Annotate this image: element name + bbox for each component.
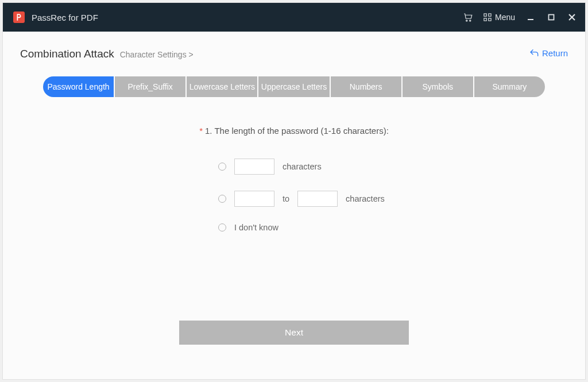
svg-rect-3 (489, 14, 491, 16)
tab-symbols[interactable]: Symbols (403, 76, 473, 97)
range-max-input[interactable] (297, 191, 338, 207)
svg-rect-5 (489, 18, 491, 21)
app-icon (13, 11, 25, 23)
step-tabs: Password Length Prefix_Suffix Lowercase … (43, 76, 545, 97)
content-area: Combination Attack Character Settings > … (3, 32, 585, 379)
svg-point-0 (466, 20, 467, 21)
cart-button[interactable] (463, 12, 473, 22)
tab-prefix-suffix[interactable]: Prefix_Suffix (115, 76, 185, 97)
exact-suffix: characters (283, 162, 322, 171)
options-group: characters to characters I don't know (20, 159, 568, 232)
maximize-icon (547, 13, 555, 21)
page-header: Combination Attack Character Settings > … (20, 48, 568, 60)
menu-grid-icon (483, 13, 492, 21)
svg-rect-7 (549, 15, 554, 20)
svg-rect-4 (484, 18, 486, 21)
required-mark: * (199, 126, 203, 136)
next-button[interactable]: Next (179, 321, 409, 345)
breadcrumb: Character Settings > (120, 50, 194, 59)
menu-button[interactable]: Menu (483, 13, 515, 22)
range-min-input[interactable] (234, 191, 274, 207)
return-icon (529, 48, 539, 57)
radio-exact[interactable] (218, 163, 226, 171)
question-row: * 1. The length of the password (1-16 ch… (20, 126, 568, 136)
close-button[interactable] (567, 13, 577, 22)
page-title: Combination Attack (20, 48, 114, 60)
radio-unknown[interactable] (218, 223, 226, 231)
titlebar: PassRec for PDF Menu (3, 3, 585, 32)
return-label: Return (542, 48, 568, 58)
maximize-button[interactable] (546, 13, 556, 21)
return-button[interactable]: Return (529, 48, 568, 58)
menu-label: Menu (495, 13, 515, 22)
tab-lowercase[interactable]: Lowercase Letters (187, 76, 257, 97)
range-suffix: characters (346, 194, 385, 203)
tab-numbers[interactable]: Numbers (331, 76, 401, 97)
form-area: * 1. The length of the password (1-16 ch… (20, 126, 568, 368)
radio-range[interactable] (218, 195, 226, 203)
app-window: PassRec for PDF Menu (2, 2, 586, 380)
minimize-button[interactable] (525, 13, 536, 21)
option-unknown: I don't know (218, 223, 568, 232)
unknown-label: I don't know (234, 223, 278, 232)
tab-uppercase[interactable]: Uppercase Letters (258, 76, 329, 97)
question-text: 1. The length of the password (1-16 char… (205, 126, 389, 136)
svg-rect-2 (484, 14, 486, 16)
minimize-icon (527, 13, 535, 21)
range-mid: to (283, 194, 289, 203)
option-range-length: to characters (218, 191, 568, 207)
cart-icon (463, 12, 473, 22)
svg-point-1 (470, 20, 471, 21)
close-icon (567, 13, 577, 22)
titlebar-controls: Menu (463, 12, 577, 22)
tab-summary[interactable]: Summary (474, 76, 545, 97)
exact-length-input[interactable] (234, 159, 274, 175)
tab-password-length[interactable]: Password Length (43, 76, 114, 97)
app-title: PassRec for PDF (32, 13, 98, 22)
option-exact-length: characters (218, 159, 568, 175)
